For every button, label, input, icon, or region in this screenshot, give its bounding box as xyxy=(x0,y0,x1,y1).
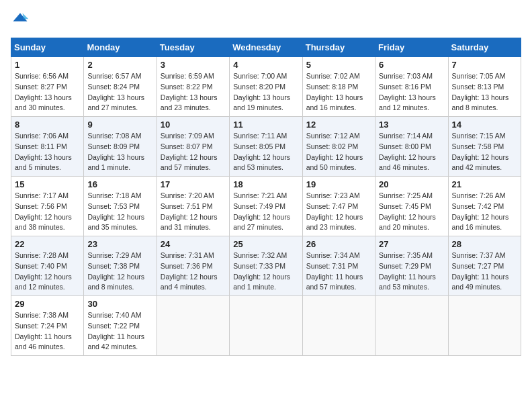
calendar-cell: 21 Sunrise: 7:26 AMSunset: 7:42 PMDaylig… xyxy=(448,177,521,236)
day-detail: Sunrise: 7:09 AMSunset: 8:07 PMDaylight:… xyxy=(161,132,218,171)
day-number: 5 xyxy=(306,60,371,70)
calendar-cell: 11 Sunrise: 7:11 AMSunset: 8:05 PMDaylig… xyxy=(230,117,302,177)
calendar-week-1: 1 Sunrise: 6:56 AMSunset: 8:27 PMDayligh… xyxy=(11,57,521,117)
logo xyxy=(11,11,32,30)
day-number: 9 xyxy=(87,120,152,130)
day-detail: Sunrise: 6:56 AMSunset: 8:27 PMDaylight:… xyxy=(15,72,72,111)
calendar-cell: 25 Sunrise: 7:32 AMSunset: 7:33 PMDaylig… xyxy=(230,236,302,296)
calendar-cell: 12 Sunrise: 7:12 AMSunset: 8:02 PMDaylig… xyxy=(302,117,375,177)
day-detail: Sunrise: 7:02 AMSunset: 8:18 PMDaylight:… xyxy=(306,72,363,111)
day-detail: Sunrise: 7:28 AMSunset: 7:40 PMDaylight:… xyxy=(15,251,72,291)
day-detail: Sunrise: 6:59 AMSunset: 8:22 PMDaylight:… xyxy=(161,72,218,111)
calendar-cell: 28 Sunrise: 7:37 AMSunset: 7:27 PMDaylig… xyxy=(448,236,521,296)
day-number: 11 xyxy=(233,120,298,130)
calendar-cell xyxy=(157,296,229,356)
day-detail: Sunrise: 7:12 AMSunset: 8:02 PMDaylight:… xyxy=(306,132,363,171)
calendar-cell: 16 Sunrise: 7:18 AMSunset: 7:53 PMDaylig… xyxy=(84,177,157,236)
day-number: 26 xyxy=(306,239,371,249)
day-number: 8 xyxy=(15,120,80,130)
col-header-saturday: Saturday xyxy=(448,38,521,57)
calendar-cell: 26 Sunrise: 7:34 AMSunset: 7:31 PMDaylig… xyxy=(302,236,375,296)
day-detail: Sunrise: 7:26 AMSunset: 7:42 PMDaylight:… xyxy=(452,191,509,231)
day-detail: Sunrise: 7:35 AMSunset: 7:29 PMDaylight:… xyxy=(379,251,436,291)
day-detail: Sunrise: 7:20 AMSunset: 7:51 PMDaylight:… xyxy=(161,191,218,231)
day-detail: Sunrise: 7:31 AMSunset: 7:36 PMDaylight:… xyxy=(161,251,218,291)
calendar-cell: 19 Sunrise: 7:23 AMSunset: 7:47 PMDaylig… xyxy=(302,177,375,236)
day-detail: Sunrise: 7:18 AMSunset: 7:53 PMDaylight:… xyxy=(87,191,144,231)
day-number: 22 xyxy=(15,239,80,249)
day-number: 12 xyxy=(306,120,371,130)
calendar-cell: 7 Sunrise: 7:05 AMSunset: 8:13 PMDayligh… xyxy=(448,57,521,117)
calendar-cell: 27 Sunrise: 7:35 AMSunset: 7:29 PMDaylig… xyxy=(375,236,448,296)
day-number: 17 xyxy=(161,179,226,189)
day-number: 3 xyxy=(161,60,226,70)
day-detail: Sunrise: 7:00 AMSunset: 8:20 PMDaylight:… xyxy=(233,72,290,111)
day-detail: Sunrise: 7:11 AMSunset: 8:05 PMDaylight:… xyxy=(233,132,290,171)
day-detail: Sunrise: 7:21 AMSunset: 7:49 PMDaylight:… xyxy=(233,191,290,231)
day-detail: Sunrise: 7:37 AMSunset: 7:27 PMDaylight:… xyxy=(452,251,509,291)
day-number: 18 xyxy=(233,179,298,189)
calendar-cell: 20 Sunrise: 7:25 AMSunset: 7:45 PMDaylig… xyxy=(375,177,448,236)
day-detail: Sunrise: 7:23 AMSunset: 7:47 PMDaylight:… xyxy=(306,191,363,231)
day-detail: Sunrise: 7:17 AMSunset: 7:56 PMDaylight:… xyxy=(15,191,72,231)
day-number: 19 xyxy=(306,179,371,189)
calendar-cell: 13 Sunrise: 7:14 AMSunset: 8:00 PMDaylig… xyxy=(375,117,448,177)
day-detail: Sunrise: 7:32 AMSunset: 7:33 PMDaylight:… xyxy=(233,251,290,291)
calendar-cell: 5 Sunrise: 7:02 AMSunset: 8:18 PMDayligh… xyxy=(302,57,375,117)
day-number: 25 xyxy=(233,239,298,249)
day-detail: Sunrise: 7:40 AMSunset: 7:22 PMDaylight:… xyxy=(87,311,144,351)
calendar-cell: 1 Sunrise: 6:56 AMSunset: 8:27 PMDayligh… xyxy=(11,57,84,117)
calendar-cell: 9 Sunrise: 7:08 AMSunset: 8:09 PMDayligh… xyxy=(84,117,157,177)
day-number: 27 xyxy=(379,239,444,249)
calendar-cell: 6 Sunrise: 7:03 AMSunset: 8:16 PMDayligh… xyxy=(375,57,448,117)
calendar-week-3: 15 Sunrise: 7:17 AMSunset: 7:56 PMDaylig… xyxy=(11,177,521,236)
calendar-cell xyxy=(448,296,521,356)
col-header-sunday: Sunday xyxy=(11,38,84,57)
calendar-cell: 17 Sunrise: 7:20 AMSunset: 7:51 PMDaylig… xyxy=(157,177,229,236)
day-number: 21 xyxy=(452,179,517,189)
col-header-tuesday: Tuesday xyxy=(157,38,229,57)
day-number: 6 xyxy=(379,60,444,70)
calendar-cell: 30 Sunrise: 7:40 AMSunset: 7:22 PMDaylig… xyxy=(84,296,157,356)
calendar-cell: 29 Sunrise: 7:38 AMSunset: 7:24 PMDaylig… xyxy=(11,296,84,356)
day-number: 16 xyxy=(87,179,152,189)
calendar-week-4: 22 Sunrise: 7:28 AMSunset: 7:40 PMDaylig… xyxy=(11,236,521,296)
calendar-cell xyxy=(375,296,448,356)
day-number: 29 xyxy=(15,299,80,309)
day-detail: Sunrise: 7:15 AMSunset: 7:58 PMDaylight:… xyxy=(452,132,509,171)
calendar-cell: 22 Sunrise: 7:28 AMSunset: 7:40 PMDaylig… xyxy=(11,236,84,296)
day-number: 13 xyxy=(379,120,444,130)
calendar-cell: 3 Sunrise: 6:59 AMSunset: 8:22 PMDayligh… xyxy=(157,57,229,117)
col-header-wednesday: Wednesday xyxy=(230,38,302,57)
col-header-friday: Friday xyxy=(375,38,448,57)
day-number: 30 xyxy=(87,299,152,309)
day-number: 24 xyxy=(161,239,226,249)
col-header-thursday: Thursday xyxy=(302,38,375,57)
logo-icon xyxy=(11,11,30,30)
calendar-cell: 15 Sunrise: 7:17 AMSunset: 7:56 PMDaylig… xyxy=(11,177,84,236)
day-detail: Sunrise: 7:34 AMSunset: 7:31 PMDaylight:… xyxy=(306,251,363,291)
day-detail: Sunrise: 7:05 AMSunset: 8:13 PMDaylight:… xyxy=(452,72,509,111)
page-header xyxy=(11,11,521,30)
day-number: 7 xyxy=(452,60,517,70)
day-number: 10 xyxy=(161,120,226,130)
calendar-cell: 10 Sunrise: 7:09 AMSunset: 8:07 PMDaylig… xyxy=(157,117,229,177)
day-number: 23 xyxy=(87,239,152,249)
calendar-cell: 24 Sunrise: 7:31 AMSunset: 7:36 PMDaylig… xyxy=(157,236,229,296)
col-header-monday: Monday xyxy=(84,38,157,57)
calendar-cell: 4 Sunrise: 7:00 AMSunset: 8:20 PMDayligh… xyxy=(230,57,302,117)
day-detail: Sunrise: 7:29 AMSunset: 7:38 PMDaylight:… xyxy=(87,251,144,291)
calendar-cell: 18 Sunrise: 7:21 AMSunset: 7:49 PMDaylig… xyxy=(230,177,302,236)
calendar-header-row: SundayMondayTuesdayWednesdayThursdayFrid… xyxy=(11,38,521,57)
day-number: 28 xyxy=(452,239,517,249)
calendar-cell: 14 Sunrise: 7:15 AMSunset: 7:58 PMDaylig… xyxy=(448,117,521,177)
day-detail: Sunrise: 7:06 AMSunset: 8:11 PMDaylight:… xyxy=(15,132,72,171)
calendar-week-2: 8 Sunrise: 7:06 AMSunset: 8:11 PMDayligh… xyxy=(11,117,521,177)
calendar-cell xyxy=(302,296,375,356)
day-number: 1 xyxy=(15,60,80,70)
day-detail: Sunrise: 6:57 AMSunset: 8:24 PMDaylight:… xyxy=(87,72,144,111)
calendar-cell: 8 Sunrise: 7:06 AMSunset: 8:11 PMDayligh… xyxy=(11,117,84,177)
calendar-cell: 23 Sunrise: 7:29 AMSunset: 7:38 PMDaylig… xyxy=(84,236,157,296)
day-number: 2 xyxy=(87,60,152,70)
day-detail: Sunrise: 7:03 AMSunset: 8:16 PMDaylight:… xyxy=(379,72,436,111)
